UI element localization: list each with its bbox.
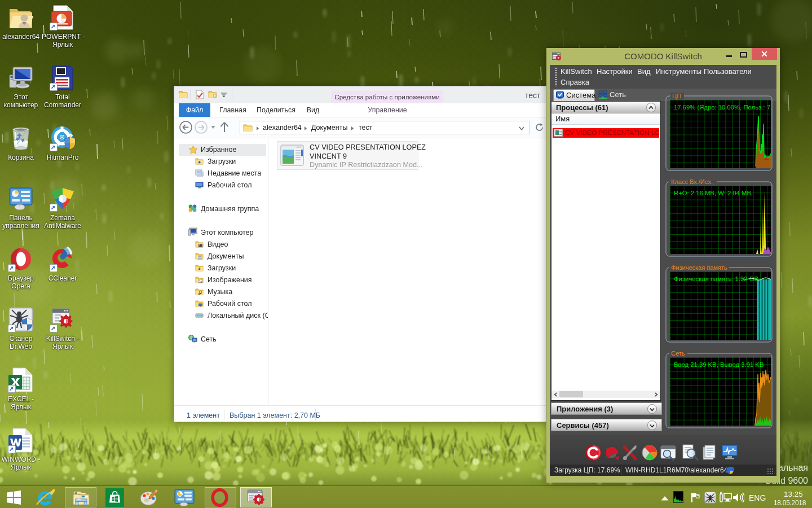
svg-text:Физическая память: Физическая память — [671, 264, 727, 271]
svg-text:Класс Вх./Исх.: Класс Вх./Исх. — [671, 178, 713, 185]
svg-text:ЦП: ЦП — [672, 93, 681, 99]
svg-text:Физическая память: 1.92 GB: Физическая память: 1.92 GB — [674, 275, 758, 282]
svg-text:Сеть: Сеть — [671, 350, 685, 357]
svg-text:R+O: 2.16 MB, W: 2.04 MB: R+O: 2.16 MB, W: 2.04 MB — [674, 190, 751, 196]
svg-text:17.69% (Ядро: 10.00%, Польз.:: 17.69% (Ядро: 10.00%, Польз.: 7. — [674, 104, 772, 111]
svg-text:Ввод 21.39 KB, Вывод 3.91 KB: Ввод 21.39 KB, Вывод 3.91 KB — [674, 361, 764, 368]
